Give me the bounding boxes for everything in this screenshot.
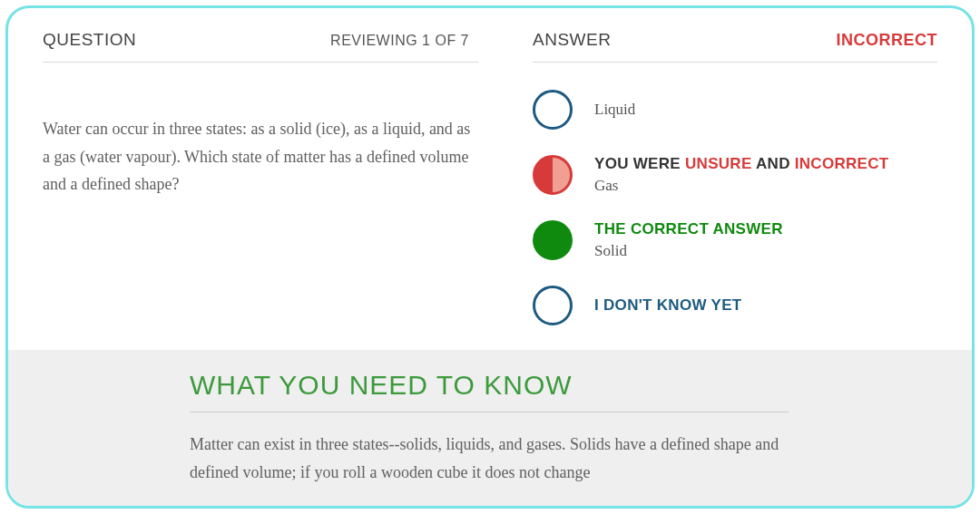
answer-tag: THE CORRECT ANSWER: [594, 220, 783, 238]
answer-header-label: ANSWER: [533, 30, 611, 50]
answer-tag: YOU WERE UNSURE AND INCORRECT: [594, 155, 889, 173]
review-card: QUESTION REVIEWING 1 OF 7 Water can occu…: [5, 5, 975, 509]
question-text: Water can occur in three states: as a so…: [43, 115, 478, 199]
explanation-section: WHAT YOU NEED TO KNOW Matter can exist i…: [8, 350, 972, 506]
answer-text: Solid: [594, 242, 783, 260]
circle-icon: [533, 286, 573, 325]
answer-text: Liquid: [594, 101, 635, 119]
circle-icon: [533, 90, 573, 130]
explanation-body: Matter can exist in three states--solids…: [190, 431, 789, 486]
answer-text: Gas: [594, 177, 889, 195]
review-progress-label: REVIEWING 1 OF 7: [330, 33, 469, 49]
answer-option[interactable]: I DON'T KNOW YET: [533, 284, 937, 327]
answer-column: ANSWER INCORRECT Liquid YOU WERE UNSURE …: [533, 30, 937, 349]
explanation-title: WHAT YOU NEED TO KNOW: [190, 370, 789, 412]
answer-option[interactable]: Liquid: [533, 88, 937, 131]
result-status-label: INCORRECT: [837, 31, 938, 50]
question-header-label: QUESTION: [43, 30, 136, 50]
answer-tag: I DON'T KNOW YET: [594, 296, 741, 315]
circle-filled-icon: [533, 220, 573, 260]
circle-half-icon: [533, 155, 573, 195]
answer-option[interactable]: THE CORRECT ANSWER Solid: [533, 218, 937, 262]
answer-option[interactable]: YOU WERE UNSURE AND INCORRECT Gas: [533, 153, 937, 197]
answer-list: Liquid YOU WERE UNSURE AND INCORRECT Gas: [533, 88, 937, 327]
question-column: QUESTION REVIEWING 1 OF 7 Water can occu…: [43, 30, 478, 349]
